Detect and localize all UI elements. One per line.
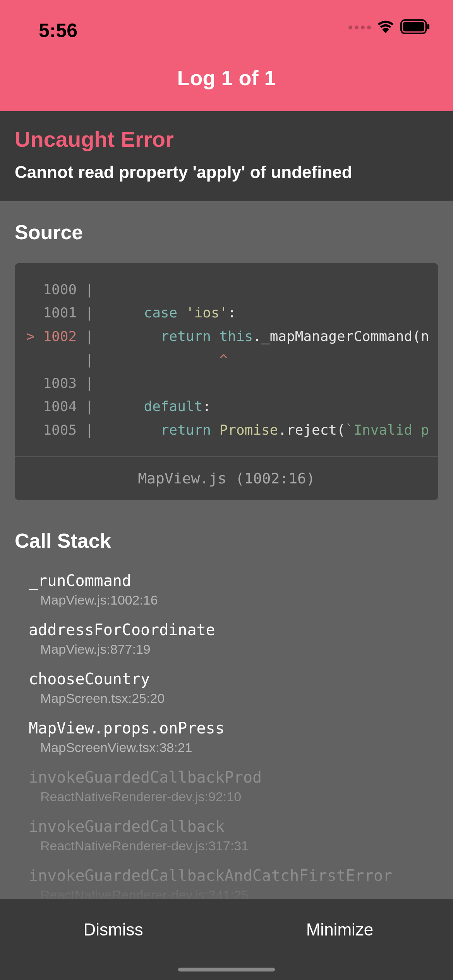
code-line: 1001 | case 'ios':: [26, 301, 438, 324]
stack-location: ReactNativeRenderer-dev.js:317:31: [29, 838, 438, 853]
code-line: 1003 |: [26, 372, 438, 395]
stack-frame[interactable]: MapView.props.onPressMapScreenView.tsx:3…: [29, 719, 438, 755]
header: Log 1 of 1: [0, 54, 453, 111]
content-area[interactable]: Source 1000 | 1001 | case 'ios':> 1002 |…: [0, 201, 453, 934]
status-bar: 5:56: [0, 0, 453, 54]
svg-rect-2: [427, 24, 429, 29]
code-line: > 1002 | return this._mapManagerCommand(…: [26, 325, 438, 348]
stack-location: MapView.js:877:19: [29, 642, 438, 657]
svg-rect-1: [403, 22, 424, 32]
wifi-icon: [377, 20, 395, 35]
stack-frame[interactable]: addressForCoordinateMapView.js:877:19: [29, 621, 438, 657]
stack-function-name: MapView.props.onPress: [29, 719, 438, 737]
stack-location: MapView.js:1002:16: [29, 593, 438, 608]
stack-frame[interactable]: invokeGuardedCallbackAndCatchFirstErrorR…: [29, 867, 438, 903]
code-line: 1005 | return Promise.reject(`Invalid p: [26, 418, 438, 442]
stack-function-name: addressForCoordinate: [29, 621, 438, 639]
source-box[interactable]: 1000 | 1001 | case 'ios':> 1002 | return…: [15, 263, 438, 500]
source-file-location: MapView.js (1002:16): [15, 456, 438, 500]
stack-function-name: invokeGuardedCallbackAndCatchFirstError: [29, 867, 438, 884]
home-indicator[interactable]: [178, 968, 275, 971]
stack-frame[interactable]: invokeGuardedCallbackProdReactNativeRend…: [29, 768, 438, 804]
stack-function-name: chooseCountry: [29, 670, 438, 688]
stack-function-name: invokeGuardedCallback: [29, 817, 438, 835]
code-line: 1000 |: [26, 278, 438, 301]
stack-function-name: invokeGuardedCallbackProd: [29, 768, 438, 786]
code-block: 1000 | 1001 | case 'ios':> 1002 | return…: [15, 263, 438, 456]
stack-location: ReactNativeRenderer-dev.js:92:10: [29, 789, 438, 804]
code-line: | ^: [26, 348, 438, 371]
stack-frame[interactable]: chooseCountryMapScreen.tsx:25:20: [29, 670, 438, 706]
callstack-section: Call Stack _runCommandMapView.js:1002:16…: [15, 529, 438, 934]
status-time: 5:56: [39, 19, 77, 42]
battery-icon: [400, 19, 430, 36]
stack-location: MapScreen.tsx:25:20: [29, 691, 438, 706]
stack-frame[interactable]: invokeGuardedCallbackReactNativeRenderer…: [29, 817, 438, 853]
source-title: Source: [15, 221, 438, 244]
error-summary: Uncaught Error Cannot read property 'app…: [0, 111, 453, 201]
error-message: Cannot read property 'apply' of undefine…: [15, 163, 438, 182]
cellular-signal-icon: [348, 26, 371, 29]
error-type: Uncaught Error: [15, 127, 438, 152]
code-line: 1004 | default:: [26, 395, 438, 418]
stack-function-name: _runCommand: [29, 572, 438, 589]
callstack-title: Call Stack: [15, 529, 438, 552]
log-counter: Log 1 of 1: [0, 66, 453, 90]
status-icons: [348, 19, 430, 36]
stack-frame[interactable]: _runCommandMapView.js:1002:16: [29, 572, 438, 608]
stack-list: _runCommandMapView.js:1002:16addressForC…: [15, 572, 438, 934]
stack-location: MapScreenView.tsx:38:21: [29, 740, 438, 755]
